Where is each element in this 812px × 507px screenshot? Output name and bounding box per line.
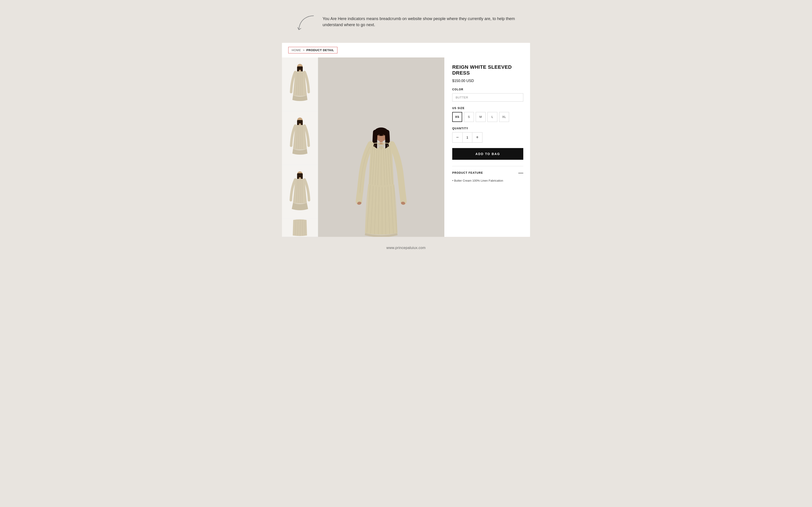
thumbnail-column: [282, 57, 318, 237]
thumbnail-3[interactable]: [282, 165, 318, 219]
size-options: XS S M L XL: [452, 112, 523, 122]
color-section: COLOR: [452, 88, 523, 102]
thumbnail-dress-svg-4: [282, 219, 318, 237]
breadcrumb: HOME > PRODUCT DETAIL: [288, 47, 338, 53]
breadcrumb-home[interactable]: HOME: [292, 48, 301, 52]
quantity-section: QUANTITY − 1 +: [452, 127, 523, 143]
feature-item: • Butter Cream 100% Linen Fabrication: [452, 178, 523, 183]
svg-point-29: [383, 134, 384, 136]
color-input[interactable]: [452, 93, 523, 102]
thumbnail-dress-svg-2: [287, 115, 312, 161]
product-title: REIGN WHITE SLEEVED DRESS: [452, 64, 523, 76]
feature-header: PRODUCT FEATURE —: [452, 170, 523, 175]
svg-rect-30: [379, 140, 383, 144]
annotation-arrow-icon: [296, 13, 318, 34]
product-feature-label: PRODUCT FEATURE: [452, 171, 483, 174]
main-figure-wrapper: [318, 124, 444, 237]
size-label: US SIZE: [452, 107, 523, 110]
arrow-container: [291, 13, 318, 36]
quantity-increase-button[interactable]: +: [472, 132, 482, 143]
quantity-decrease-button[interactable]: −: [452, 132, 462, 143]
color-label: COLOR: [452, 88, 523, 91]
size-xl-button[interactable]: XL: [499, 112, 509, 122]
product-detail-panel: REIGN WHITE SLEEVED DRESS $150.00 USD CO…: [444, 57, 530, 237]
quantity-label: QUANTITY: [452, 127, 523, 130]
main-product-image: [318, 57, 444, 237]
breadcrumb-current: PRODUCT DETAIL: [306, 48, 334, 52]
size-m-button[interactable]: M: [476, 112, 486, 122]
svg-point-28: [378, 134, 379, 136]
size-xs-button[interactable]: XS: [452, 112, 462, 122]
product-feature-section: PRODUCT FEATURE — • Butter Cream 100% Li…: [452, 166, 523, 183]
svg-point-27: [374, 127, 388, 136]
quantity-control: − 1 +: [452, 132, 483, 143]
product-main: REIGN WHITE SLEEVED DRESS $150.00 USD CO…: [282, 57, 530, 237]
footer: www.princepaluiux.com: [387, 246, 425, 250]
breadcrumb-separator: >: [303, 48, 305, 52]
add-to-bag-button[interactable]: ADD TO BAG: [452, 148, 523, 160]
annotation-area: You Are Here indicators means breadcrumb…: [282, 9, 530, 36]
thumbnail-4[interactable]: [282, 219, 318, 237]
quantity-value: 1: [462, 132, 472, 143]
product-card: HOME > PRODUCT DETAIL: [282, 43, 530, 237]
size-section: US SIZE XS S M L XL: [452, 107, 523, 122]
feature-toggle-button[interactable]: —: [518, 170, 523, 175]
thumbnail-dress-svg-3: [287, 169, 312, 215]
main-dress-figure-svg: [350, 124, 413, 237]
size-s-button[interactable]: S: [464, 112, 474, 122]
size-l-button[interactable]: L: [488, 112, 497, 122]
thumbnail-dress-svg-1: [287, 61, 312, 107]
annotation-text: You Are Here indicators means breadcrumb…: [322, 13, 521, 28]
thumbnail-1[interactable]: [282, 57, 318, 111]
thumbnail-2[interactable]: [282, 111, 318, 165]
product-price: $150.00 USD: [452, 79, 523, 83]
breadcrumb-bar: HOME > PRODUCT DETAIL: [282, 43, 530, 57]
footer-url: www.princepaluiux.com: [387, 246, 425, 250]
